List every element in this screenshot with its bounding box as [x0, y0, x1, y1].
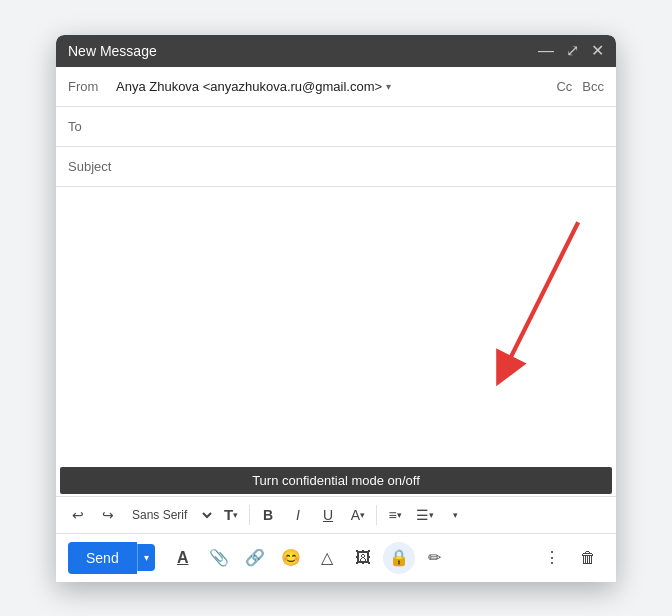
send-dropdown-icon: ▾: [144, 552, 149, 563]
from-label: From: [68, 79, 116, 94]
indent-button[interactable]: ▾: [441, 501, 469, 529]
font-select[interactable]: Sans Serif Serif Monospace: [124, 505, 215, 525]
confidential-button[interactable]: 🔒: [383, 542, 415, 574]
tooltip: Turn confidential mode on/off: [60, 467, 612, 494]
bottom-bar: Send ▾ A 📎 🔗 😊 △ 🖼 🔒 ✏: [56, 533, 616, 582]
formatting-toolbar: ↩ ↪ Sans Serif Serif Monospace T ▾ B I U…: [56, 496, 616, 533]
divider-1: [249, 505, 250, 525]
send-dropdown-button[interactable]: ▾: [137, 544, 155, 571]
signature-icon: ✏: [428, 548, 441, 567]
format-text-icon: A: [177, 549, 189, 567]
compose-window: New Message — ⤢ ✕ From Anya Zhukova <any…: [56, 35, 616, 582]
expand-button[interactable]: ⤢: [566, 43, 579, 59]
subject-row: Subject: [56, 147, 616, 187]
text-color-dropdown-arrow: ▾: [360, 510, 365, 520]
title-bar: New Message — ⤢ ✕: [56, 35, 616, 67]
send-button-group: Send ▾: [68, 542, 155, 574]
from-dropdown-arrow[interactable]: ▾: [386, 81, 391, 92]
to-row: To: [56, 107, 616, 147]
attach-file-button[interactable]: 📎: [203, 542, 235, 574]
redo-icon: ↪: [102, 507, 114, 523]
undo-button[interactable]: ↩: [64, 501, 92, 529]
align-icon: ≡: [388, 507, 396, 523]
to-label: To: [68, 119, 116, 134]
trash-icon: 🗑: [580, 549, 596, 567]
list-button[interactable]: ☰ ▾: [411, 501, 439, 529]
attach-icon: 📎: [209, 548, 229, 567]
confidential-icon: 🔒: [389, 548, 409, 567]
font-size-dropdown-arrow: ▾: [233, 510, 238, 520]
cc-button[interactable]: Cc: [556, 79, 572, 94]
italic-button[interactable]: I: [284, 501, 312, 529]
italic-icon: I: [296, 507, 300, 523]
drive-icon: △: [321, 548, 333, 567]
bold-button[interactable]: B: [254, 501, 282, 529]
align-dropdown-arrow: ▾: [397, 510, 402, 520]
link-icon: 🔗: [245, 548, 265, 567]
text-color-icon: A: [351, 507, 360, 523]
emoji-button[interactable]: 😊: [275, 542, 307, 574]
font-size-button[interactable]: T ▾: [217, 501, 245, 529]
close-button[interactable]: ✕: [591, 43, 604, 59]
underline-button[interactable]: U: [314, 501, 342, 529]
send-button[interactable]: Send: [68, 542, 137, 574]
subject-input[interactable]: [116, 159, 604, 174]
underline-icon: U: [323, 507, 333, 523]
discard-button[interactable]: 🗑: [572, 542, 604, 574]
tooltip-text: Turn confidential mode on/off: [252, 473, 420, 488]
more-options-button[interactable]: ⋮: [536, 542, 568, 574]
insert-link-button[interactable]: 🔗: [239, 542, 271, 574]
window-title: New Message: [68, 43, 157, 59]
bcc-button[interactable]: Bcc: [582, 79, 604, 94]
from-value: Anya Zhukova <anyazhukova.ru@gmail.com> …: [116, 79, 556, 94]
emoji-icon: 😊: [281, 548, 301, 567]
window-controls: — ⤢ ✕: [538, 43, 604, 59]
to-input[interactable]: [116, 119, 604, 134]
insert-image-button[interactable]: 🖼: [347, 542, 379, 574]
body-input[interactable]: [68, 195, 604, 455]
more-options-icon: ⋮: [544, 548, 560, 567]
list-dropdown-arrow: ▾: [429, 510, 434, 520]
font-size-icon: T: [224, 506, 233, 523]
divider-2: [376, 505, 377, 525]
bold-icon: B: [263, 507, 273, 523]
undo-icon: ↩: [72, 507, 84, 523]
minimize-button[interactable]: —: [538, 43, 554, 59]
signature-button[interactable]: ✏: [419, 542, 451, 574]
list-icon: ☰: [416, 507, 429, 523]
from-address: Anya Zhukova <anyazhukova.ru@gmail.com>: [116, 79, 382, 94]
cc-bcc-buttons: Cc Bcc: [556, 79, 604, 94]
format-text-button[interactable]: A: [167, 542, 199, 574]
redo-button[interactable]: ↪: [94, 501, 122, 529]
align-button[interactable]: ≡ ▾: [381, 501, 409, 529]
image-icon: 🖼: [355, 549, 371, 567]
drive-button[interactable]: △: [311, 542, 343, 574]
from-row: From Anya Zhukova <anyazhukova.ru@gmail.…: [56, 67, 616, 107]
send-label: Send: [86, 550, 119, 566]
subject-label: Subject: [68, 159, 116, 174]
indent-dropdown-arrow: ▾: [453, 510, 458, 520]
body-area: [56, 187, 616, 467]
text-color-button[interactable]: A ▾: [344, 501, 372, 529]
